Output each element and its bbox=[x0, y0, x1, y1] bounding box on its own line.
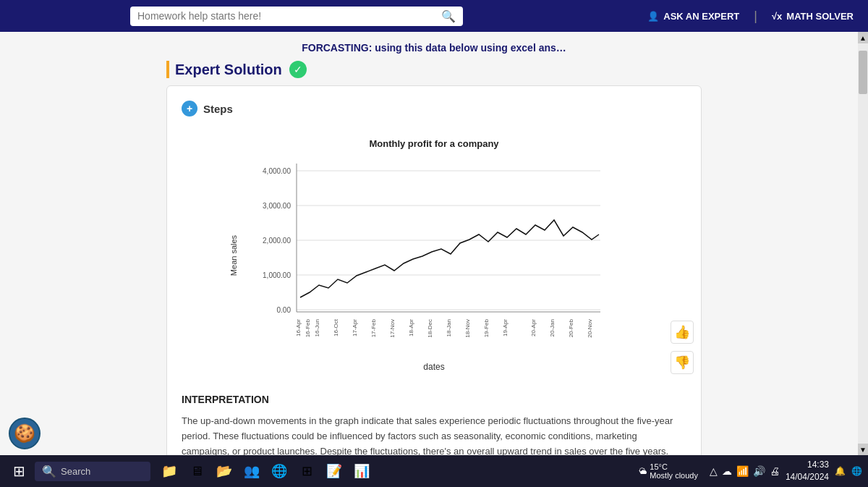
taskbar-time: 14:33 14/04/2024 bbox=[786, 459, 829, 483]
svg-text:17-Apr: 17-Apr bbox=[352, 319, 358, 336]
taskbar-search-label: Search bbox=[61, 466, 90, 477]
taskbar-right: 🌥 15°C Mostly cloudy △ ☁ 📶 🔊 🖨 14:33 14/… bbox=[639, 459, 862, 483]
taskbar-app-files[interactable]: 📁 bbox=[156, 458, 182, 484]
svg-text:1,000.00: 1,000.00 bbox=[263, 271, 291, 279]
steps-header: + Steps bbox=[182, 101, 686, 117]
svg-text:18-Dec: 18-Dec bbox=[427, 319, 433, 338]
expert-solution-header: Expert Solution ✓ bbox=[166, 61, 702, 78]
navbar: 🔍 👤 ASK AN EXPERT | √x MATH SOLVER bbox=[0, 0, 868, 32]
time-display: 14:33 bbox=[786, 459, 829, 471]
svg-text:17-Feb: 17-Feb bbox=[370, 318, 377, 337]
scrollbar-thumb[interactable] bbox=[859, 51, 867, 94]
nav-divider: | bbox=[754, 9, 757, 24]
print-icon: 🖨 bbox=[770, 465, 780, 477]
taskbar-search-icon: 🔍 bbox=[42, 465, 56, 478]
taskbar-app-excel[interactable]: 📊 bbox=[349, 458, 375, 484]
volume-icon: 🔊 bbox=[753, 465, 765, 477]
svg-text:16-Feb: 16-Feb bbox=[305, 318, 311, 337]
taskbar-system-icons: △ ☁ 📶 🔊 🖨 bbox=[710, 465, 780, 477]
page-scrollbar: ▲ ▼ bbox=[858, 32, 868, 455]
svg-text:18-Jan: 18-Jan bbox=[446, 319, 452, 336]
taskbar-app-terminal[interactable]: 🖥 bbox=[184, 458, 210, 484]
nav-right: 👤 ASK AN EXPERT | √x MATH SOLVER bbox=[647, 9, 854, 24]
svg-text:2,000.00: 2,000.00 bbox=[263, 237, 291, 245]
solution-card: + Steps Monthly profit for a company Mea… bbox=[166, 85, 702, 487]
svg-text:4,000.00: 4,000.00 bbox=[263, 167, 291, 175]
check-badge: ✓ bbox=[289, 61, 307, 78]
svg-text:20-Jan: 20-Jan bbox=[549, 319, 556, 336]
weather-icon: 🌥 bbox=[639, 467, 647, 475]
weather-temp: 15°C bbox=[650, 462, 698, 471]
steps-label: Steps bbox=[203, 103, 233, 115]
network-icon: ☁ bbox=[722, 465, 732, 477]
page-content: FORCASTING: using this data below using … bbox=[0, 32, 868, 487]
svg-text:20-Feb: 20-Feb bbox=[568, 318, 574, 337]
action-buttons: 👍 👎 bbox=[671, 321, 694, 374]
taskbar-app-word[interactable]: 📝 bbox=[321, 458, 347, 484]
svg-text:0.00: 0.00 bbox=[277, 306, 292, 314]
scrollbar-up[interactable]: ▲ bbox=[858, 32, 868, 43]
date-display: 14/04/2024 bbox=[786, 471, 829, 483]
scrollbar-down[interactable]: ▼ bbox=[858, 444, 868, 455]
steps-icon: + bbox=[182, 101, 197, 117]
ask-expert-label: ASK AN EXPERT bbox=[663, 11, 739, 22]
ask-icon: 👤 bbox=[647, 11, 659, 22]
math-solver-label: MATH SOLVER bbox=[786, 11, 854, 22]
thumbs-down-button[interactable]: 👎 bbox=[671, 351, 694, 374]
weather-desc: Mostly cloudy bbox=[650, 471, 698, 480]
svg-text:18-Nov: 18-Nov bbox=[464, 319, 471, 338]
start-button[interactable]: ⊞ bbox=[6, 458, 32, 484]
expert-solution-wrapper: Expert Solution ✓ + Steps Monthly profit… bbox=[152, 61, 716, 487]
taskbar: ⊞ 🔍 Search 📁 🖥 📂 👥 🌐 ⊞ 📝 📊 🌥 15°C Mostly… bbox=[0, 455, 868, 487]
thumbs-up-button[interactable]: 👍 bbox=[671, 321, 694, 344]
svg-text:16-Apr: 16-Apr bbox=[295, 319, 302, 336]
svg-text:19-Apr: 19-Apr bbox=[502, 319, 509, 336]
math-solver-button[interactable]: √x MATH SOLVER bbox=[772, 11, 854, 22]
chart-wrapper: Monthly profit for a company Mean sales … bbox=[253, 138, 615, 372]
ask-expert-button[interactable]: 👤 ASK AN EXPERT bbox=[647, 11, 739, 22]
svg-text:18-Apr: 18-Apr bbox=[408, 319, 414, 336]
interpretation-title: INTERPRETATION bbox=[182, 394, 686, 405]
line-chart: 4,000.00 3,000.00 2,000.00 1,000.00 0.00… bbox=[253, 156, 615, 359]
chart-container: Monthly profit for a company Mean sales … bbox=[182, 131, 686, 379]
notification-icon[interactable]: 🔔 bbox=[835, 466, 846, 476]
taskbar-app-teams[interactable]: 👥 bbox=[239, 458, 265, 484]
taskbar-apps: 📁 🖥 📂 👥 🌐 ⊞ 📝 📊 bbox=[156, 458, 375, 484]
chart-y-axis-label: Mean sales bbox=[229, 234, 238, 275]
question-title: FORCASTING: using this data below using … bbox=[0, 32, 868, 61]
taskbar-app-store[interactable]: ⊞ bbox=[294, 458, 320, 484]
chart-title: Monthly profit for a company bbox=[253, 138, 615, 149]
math-icon: √x bbox=[772, 11, 782, 22]
search-icon: 🔍 bbox=[441, 9, 456, 23]
taskbar-search[interactable]: 🔍 Search bbox=[35, 462, 150, 481]
svg-text:20-Apr: 20-Apr bbox=[530, 319, 537, 336]
system-tray-icon: △ bbox=[710, 465, 718, 477]
scrollbar-track bbox=[858, 43, 868, 444]
search-input[interactable] bbox=[137, 10, 441, 22]
svg-text:19-Feb: 19-Feb bbox=[483, 318, 490, 337]
language-icon: 🌐 bbox=[851, 466, 862, 476]
cookie-help-button[interactable]: 🍪 bbox=[9, 418, 41, 449]
svg-text:3,000.00: 3,000.00 bbox=[263, 202, 291, 210]
svg-text:16-Jun: 16-Jun bbox=[314, 319, 320, 336]
wifi-icon: 📶 bbox=[736, 465, 749, 477]
search-bar[interactable]: 🔍 bbox=[130, 7, 463, 26]
svg-text:20-Nov: 20-Nov bbox=[587, 319, 593, 338]
svg-text:17-Nov: 17-Nov bbox=[389, 319, 396, 338]
expert-solution-title: Expert Solution bbox=[175, 62, 282, 78]
chart-x-axis-label: dates bbox=[253, 362, 615, 372]
taskbar-app-edge[interactable]: 🌐 bbox=[266, 458, 292, 484]
svg-text:16-Oct: 16-Oct bbox=[333, 318, 339, 336]
taskbar-app-folder[interactable]: 📂 bbox=[211, 458, 237, 484]
weather-widget: 🌥 15°C Mostly cloudy bbox=[639, 462, 698, 480]
